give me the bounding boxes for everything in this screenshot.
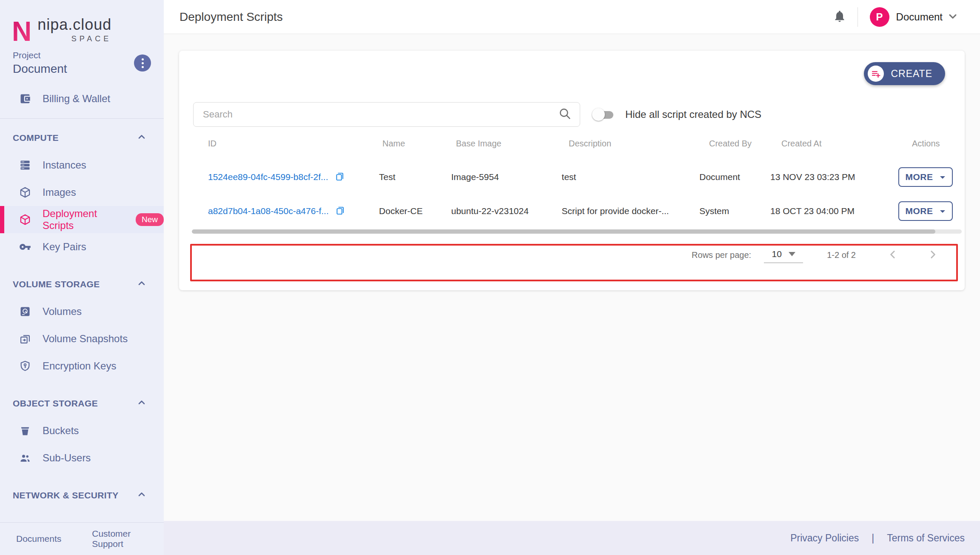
- sidebar-item-label: Encryption Keys: [43, 360, 116, 372]
- toggle-switch-icon[interactable]: [592, 108, 616, 121]
- more-actions-button[interactable]: MORE: [898, 167, 953, 187]
- account-menu[interactable]: Document: [896, 11, 943, 23]
- top-bar: Deployment Scripts P Document: [164, 0, 980, 34]
- chevron-up-icon: [137, 398, 147, 410]
- copy-id-button[interactable]: [334, 171, 345, 183]
- cube-icon: [19, 186, 31, 199]
- users-icon: [19, 452, 31, 464]
- caret-down-icon: [789, 252, 795, 256]
- script-created-by: System: [699, 206, 770, 216]
- shield-key-icon: [19, 360, 31, 372]
- page-title: Deployment Scripts: [179, 10, 283, 24]
- sidebar-item-deployment-scripts[interactable]: Deployment Scripts New: [0, 206, 164, 233]
- col-header-base-image: Base Image: [456, 139, 569, 149]
- notifications-button[interactable]: [833, 9, 846, 24]
- sidebar-item-volume-snapshots[interactable]: Volume Snapshots: [0, 325, 164, 352]
- pagination-range: 1-2 of 2: [827, 250, 856, 260]
- chevron-up-icon: [137, 132, 147, 144]
- avatar[interactable]: P: [870, 7, 889, 27]
- col-header-id: ID: [208, 139, 382, 149]
- sidebar-item-buckets[interactable]: Buckets: [0, 417, 164, 444]
- previous-page-button[interactable]: [883, 245, 903, 266]
- kebab-icon: [142, 58, 144, 68]
- documents-link[interactable]: Documents: [16, 534, 61, 544]
- sidebar-item-encryption-keys[interactable]: Encryption Keys: [0, 352, 164, 380]
- more-actions-button[interactable]: MORE: [898, 201, 953, 221]
- script-id-link[interactable]: 1524ee89-04fc-4599-b8cf-2f...: [208, 172, 328, 182]
- sidebar-item-label: Volumes: [43, 306, 82, 318]
- section-label: OBJECT STORAGE: [13, 398, 98, 409]
- sidebar-item-label: Volume Snapshots: [43, 333, 128, 345]
- chevron-up-icon: [137, 489, 147, 502]
- table-row: 1524ee89-04fc-4599-b8cf-2f... Test Image…: [179, 160, 965, 194]
- sidebar-item-label: Deployment Scripts: [43, 208, 129, 232]
- sidebar-item-billing-wallet[interactable]: Billing & Wallet: [0, 85, 164, 112]
- key-icon: [19, 240, 31, 253]
- more-button-label: MORE: [906, 206, 933, 216]
- scripts-table: ID Name Base Image Description Created B…: [179, 127, 965, 234]
- more-button-label: MORE: [906, 172, 933, 182]
- project-label: Project: [13, 50, 67, 60]
- script-base-image: Image-5954: [451, 172, 562, 182]
- page-footer: Privacy Policies | Terms of Services: [164, 521, 980, 555]
- sidebar-section-object-storage[interactable]: OBJECT STORAGE: [0, 390, 164, 417]
- snapshot-copy-icon: [19, 332, 31, 345]
- col-header-name: Name: [382, 139, 456, 149]
- col-header-actions: Actions: [912, 139, 965, 149]
- project-name: Document: [13, 62, 67, 76]
- caret-down-icon: [939, 206, 946, 216]
- next-page-button[interactable]: [923, 245, 943, 266]
- chevron-right-icon: [926, 248, 939, 262]
- scrollbar-thumb[interactable]: [192, 229, 935, 234]
- sidebar-item-label: Billing & Wallet: [43, 93, 110, 105]
- chevron-left-icon: [886, 248, 899, 262]
- terms-of-services-link[interactable]: Terms of Services: [887, 532, 965, 544]
- sidebar-section-compute[interactable]: COMPUTE: [0, 124, 164, 152]
- sidebar-section-network-security[interactable]: NETWORK & SECURITY: [0, 482, 164, 509]
- create-button-label: CREATE: [891, 68, 932, 80]
- pagination: Rows per page: 10 1-2 of 2: [179, 245, 943, 266]
- col-header-description: Description: [569, 139, 709, 149]
- sidebar-item-images[interactable]: Images: [0, 179, 164, 206]
- server-icon: [19, 159, 31, 172]
- script-description: Script for provide docker-...: [562, 206, 700, 216]
- wallet-icon: [19, 92, 31, 105]
- toggle-label: Hide all script created by NCS: [625, 109, 761, 120]
- search-icon[interactable]: [558, 106, 572, 123]
- search-box: [193, 102, 580, 127]
- customer-support-link[interactable]: Customer Support: [92, 529, 164, 549]
- project-menu-button[interactable]: [134, 54, 151, 72]
- sidebar-item-label: Instances: [43, 159, 86, 171]
- script-created-at: 13 NOV 23 03:23 PM: [770, 172, 898, 182]
- hard-drive-icon: [19, 305, 31, 318]
- rows-per-page-value: 10: [772, 249, 781, 259]
- rows-per-page-select[interactable]: 10: [764, 247, 803, 263]
- sidebar-item-label: Sub-Users: [43, 452, 91, 464]
- table-header-row: ID Name Base Image Description Created B…: [179, 127, 965, 160]
- hide-ncs-toggle[interactable]: Hide all script created by NCS: [592, 108, 761, 121]
- sidebar-item-key-pairs[interactable]: Key Pairs: [0, 233, 164, 260]
- app-window: N nipa.cloud SPACE Project Document Bill…: [0, 0, 980, 555]
- col-header-created-at: Created At: [781, 139, 912, 149]
- section-label: COMPUTE: [13, 133, 59, 143]
- script-name: Test: [379, 172, 451, 182]
- privacy-policies-link[interactable]: Privacy Policies: [790, 532, 859, 544]
- search-input[interactable]: [203, 109, 558, 120]
- logo-text: nipa.cloud: [37, 16, 111, 34]
- col-header-created-by: Created By: [709, 139, 781, 149]
- sidebar-item-sub-users[interactable]: Sub-Users: [0, 444, 164, 472]
- sidebar-item-instances[interactable]: Instances: [0, 152, 164, 179]
- logo-subtext: SPACE: [71, 34, 112, 43]
- create-button[interactable]: CREATE: [864, 62, 945, 85]
- chevron-down-icon[interactable]: [947, 10, 959, 24]
- sidebar-item-label: Images: [43, 186, 76, 198]
- script-id-link[interactable]: a82d7b04-1a08-450c-a476-f...: [208, 206, 329, 216]
- script-base-image: ubuntu-22-v231024: [451, 206, 562, 216]
- brand-logo[interactable]: N nipa.cloud SPACE: [0, 0, 164, 44]
- sidebar-section-volume-storage[interactable]: VOLUME STORAGE: [0, 271, 164, 298]
- horizontal-scrollbar[interactable]: [192, 229, 962, 234]
- sidebar-item-volumes[interactable]: Volumes: [0, 298, 164, 325]
- copy-id-button[interactable]: [335, 205, 346, 217]
- sidebar: N nipa.cloud SPACE Project Document Bill…: [0, 0, 164, 555]
- caret-down-icon: [939, 172, 946, 182]
